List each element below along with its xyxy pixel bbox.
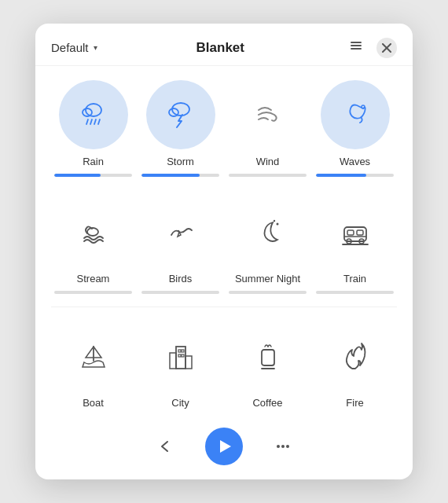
svg-rect-27 [185, 356, 192, 369]
train-icon [338, 215, 373, 249]
train-icon-circle [321, 197, 390, 266]
boat-icon [76, 339, 111, 373]
footer-controls [35, 415, 413, 479]
wind-icon [251, 97, 285, 132]
main-window: Default ▾ Blanket [35, 24, 413, 479]
sound-item-fire[interactable]: Fire [313, 321, 397, 410]
menu-button[interactable] [343, 36, 369, 59]
svg-line-8 [90, 119, 92, 124]
svg-rect-0 [351, 42, 362, 43]
sound-item-wind[interactable]: Wind [226, 80, 310, 169]
svg-line-10 [98, 119, 100, 124]
back-button[interactable] [156, 438, 174, 455]
coffee-icon-circle [233, 321, 303, 391]
close-button[interactable] [376, 38, 397, 58]
waves-label: Waves [340, 156, 370, 169]
svg-point-35 [277, 445, 280, 448]
rain-icon [76, 97, 111, 132]
svg-point-16 [276, 222, 278, 225]
play-icon [216, 438, 233, 455]
titlebar-actions [343, 36, 397, 59]
summer-night-icon-circle [233, 197, 303, 266]
coffee-icon [251, 339, 285, 373]
svg-marker-34 [220, 440, 231, 453]
boat-icon-circle [59, 321, 128, 391]
stream-label: Stream [77, 273, 110, 286]
svg-point-15 [177, 230, 178, 232]
storm-icon-circle [146, 80, 215, 149]
sound-item-city[interactable]: City [138, 321, 222, 410]
more-icon [274, 438, 292, 455]
svg-point-36 [281, 445, 285, 448]
svg-point-17 [273, 220, 274, 222]
sound-item-stream[interactable]: Stream [51, 197, 135, 286]
more-button[interactable] [274, 438, 292, 455]
wind-icon-circle [233, 80, 303, 149]
city-label: City [171, 397, 189, 410]
fire-icon-circle [321, 321, 390, 391]
rain-icon-circle [59, 80, 128, 149]
preset-label: Default [51, 41, 89, 54]
play-button[interactable] [205, 428, 243, 465]
summer-night-icon [251, 215, 285, 249]
summer-night-slider[interactable] [226, 291, 310, 294]
rain-label: Rain [83, 156, 104, 169]
sound-item-coffee[interactable]: Coffee [226, 321, 310, 410]
waves-icon-circle [321, 80, 390, 149]
stream-slider[interactable] [51, 291, 135, 294]
sound-item-storm[interactable]: Storm [138, 80, 222, 169]
svg-rect-32 [262, 350, 274, 365]
hamburger-icon [348, 38, 364, 53]
sound-item-birds[interactable]: Birds [138, 197, 222, 286]
train-slider[interactable] [313, 291, 397, 294]
back-icon [156, 438, 174, 455]
fire-label: Fire [346, 397, 363, 410]
wind-label: Wind [256, 156, 280, 169]
app-title: Blanket [196, 40, 244, 56]
svg-point-6 [83, 108, 92, 116]
train-label: Train [343, 273, 366, 286]
waves-icon [338, 97, 373, 132]
storm-slider[interactable] [138, 174, 222, 177]
city-icon [163, 339, 198, 373]
svg-rect-1 [351, 45, 362, 46]
birds-slider[interactable] [138, 291, 222, 294]
chevron-down-icon: ▾ [94, 43, 97, 52]
birds-icon [163, 215, 198, 249]
svg-rect-26 [170, 353, 176, 369]
svg-point-13 [362, 105, 365, 108]
sound-item-waves[interactable]: Waves [313, 80, 397, 169]
svg-line-7 [86, 119, 88, 124]
coffee-label: Coffee [252, 397, 282, 410]
birds-icon-circle [146, 197, 215, 266]
svg-point-14 [87, 228, 98, 236]
svg-line-9 [94, 119, 96, 124]
sound-item-summer-night[interactable]: Summer Night [226, 197, 310, 286]
sliders-row-1 [35, 174, 413, 189]
wind-slider[interactable] [226, 174, 310, 177]
titlebar: Default ▾ Blanket [35, 24, 413, 66]
sound-item-boat[interactable]: Boat [51, 321, 135, 410]
fire-icon [338, 339, 373, 373]
svg-rect-30 [178, 354, 181, 357]
sound-item-train[interactable]: Train [313, 197, 397, 286]
preset-selector[interactable]: Default ▾ [51, 41, 97, 54]
sounds-grid-top: Rain Storm Wind [35, 66, 413, 172]
close-icon [382, 43, 391, 53]
rain-slider[interactable] [51, 174, 135, 177]
sliders-row-2 [35, 291, 413, 307]
sounds-grid-bottom: Boat City [35, 307, 413, 410]
waves-slider[interactable] [313, 174, 397, 177]
summer-night-label: Summer Night [235, 273, 300, 286]
stream-icon [76, 215, 111, 249]
city-icon-circle [146, 321, 215, 391]
svg-rect-29 [182, 350, 184, 352]
svg-point-5 [86, 104, 101, 116]
svg-rect-2 [351, 48, 362, 50]
storm-label: Storm [167, 156, 194, 169]
sound-item-rain[interactable]: Rain [51, 80, 135, 169]
boat-label: Boat [83, 397, 104, 410]
birds-label: Birds [169, 273, 193, 286]
storm-icon [163, 97, 198, 132]
sounds-grid-middle: Stream Birds Summer Night [35, 189, 413, 289]
